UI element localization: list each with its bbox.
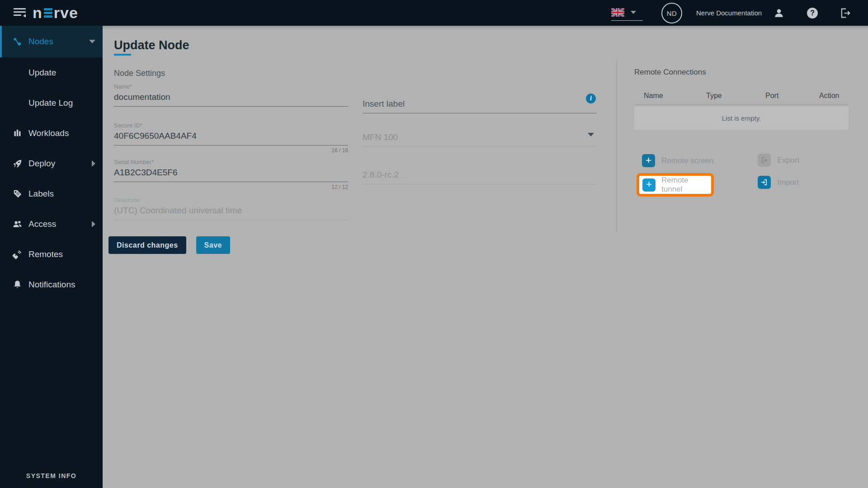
main-content: Update Node Node Settings Name* Secure I… bbox=[103, 26, 868, 488]
language-selector[interactable] bbox=[611, 6, 643, 21]
vertical-divider bbox=[616, 60, 617, 232]
discard-changes-button[interactable]: Discard changes bbox=[108, 236, 186, 254]
name-label: Name* bbox=[114, 83, 348, 90]
brand-logo-e-bars-icon bbox=[44, 8, 52, 18]
add-remote-screen-row[interactable]: + Remote screen bbox=[642, 154, 713, 167]
chevron-right-icon bbox=[92, 221, 95, 227]
secure-id-field-group: Secure ID* 16 / 16 bbox=[114, 122, 348, 154]
menu-bar bbox=[14, 14, 21, 16]
profile-button[interactable] bbox=[773, 0, 785, 26]
empty-list-text: List is empty. bbox=[722, 114, 761, 122]
name-field-group: Name* bbox=[114, 83, 348, 107]
page-title: Update Node bbox=[114, 38, 189, 52]
bell-icon bbox=[12, 279, 23, 290]
export-label: Export bbox=[777, 156, 799, 165]
export-icon bbox=[760, 156, 769, 164]
sidebar-item-update-log[interactable]: Update Log bbox=[0, 88, 103, 118]
column-header-port: Port bbox=[765, 92, 778, 100]
sidebar-item-label: Access bbox=[28, 219, 56, 229]
plus-icon: + bbox=[646, 155, 651, 165]
secure-id-label: Secure ID* bbox=[114, 122, 348, 129]
sidebar: Nodes Update Update Log Workloads Deploy bbox=[0, 26, 103, 488]
info-icon[interactable]: i bbox=[586, 94, 596, 103]
version-field-group bbox=[363, 167, 597, 184]
sidebar-item-label: Remotes bbox=[28, 249, 63, 259]
table-header-divider bbox=[634, 104, 849, 105]
import-icon bbox=[760, 178, 769, 187]
export-button[interactable] bbox=[758, 154, 771, 167]
secure-id-counter: 16 / 16 bbox=[114, 147, 348, 154]
model-select bbox=[363, 130, 597, 147]
svg-text:?: ? bbox=[810, 9, 815, 17]
logout-button[interactable] bbox=[839, 0, 852, 26]
collapse-arrow-icon bbox=[23, 14, 26, 18]
save-button[interactable]: Save bbox=[196, 236, 230, 254]
sidebar-item-label: Deploy bbox=[28, 159, 55, 169]
add-remote-screen-button[interactable]: + bbox=[642, 154, 655, 167]
empty-list-row: List is empty. bbox=[634, 107, 849, 130]
timezone-input bbox=[114, 205, 348, 220]
column-header-action: Action bbox=[819, 92, 839, 100]
chevron-right-icon bbox=[92, 160, 95, 167]
sidebar-item-label: Notifications bbox=[28, 280, 75, 290]
sidebar-item-label: Workloads bbox=[28, 128, 69, 138]
menu-icon[interactable] bbox=[14, 8, 26, 18]
sidebar-item-workloads[interactable]: Workloads bbox=[0, 118, 103, 148]
section-title: Node Settings bbox=[114, 69, 165, 78]
chevron-down-icon bbox=[89, 40, 95, 43]
timezone-field-group: Timezone bbox=[114, 197, 348, 220]
tag-icon bbox=[12, 188, 23, 199]
serial-input[interactable] bbox=[114, 167, 348, 182]
sidebar-item-update[interactable]: Update bbox=[0, 57, 103, 88]
import-label: Import bbox=[777, 178, 799, 187]
brand-logo-n: n bbox=[33, 5, 42, 21]
sidebar-item-access[interactable]: Access bbox=[0, 209, 103, 239]
add-remote-tunnel-button[interactable]: + bbox=[642, 178, 656, 192]
import-button[interactable] bbox=[758, 176, 771, 189]
users-icon bbox=[12, 219, 23, 229]
insert-label-input[interactable] bbox=[363, 94, 597, 113]
add-remote-tunnel-row-highlighted[interactable]: + Remote tunnel bbox=[637, 173, 714, 197]
label-field-group bbox=[363, 94, 597, 113]
form-actions: Discard changes Save bbox=[108, 236, 230, 254]
remote-tunnel-label: Remote tunnel bbox=[661, 176, 711, 194]
uk-flag-icon bbox=[611, 8, 624, 17]
sidebar-item-deploy[interactable]: Deploy bbox=[0, 148, 103, 178]
brand-logo-rve: rve bbox=[54, 5, 78, 21]
column-header-name: Name bbox=[644, 92, 663, 100]
timezone-label: Timezone bbox=[114, 197, 348, 203]
sidebar-item-label: Labels bbox=[28, 189, 54, 199]
serial-counter: 12 / 12 bbox=[114, 184, 348, 190]
person-icon bbox=[773, 7, 785, 19]
deploy-rocket-icon bbox=[12, 158, 23, 169]
sidebar-item-labels[interactable]: Labels bbox=[0, 178, 103, 209]
sidebar-item-nodes[interactable]: Nodes bbox=[0, 26, 103, 57]
remote-connections-title: Remote Connections bbox=[634, 68, 706, 77]
version-input bbox=[363, 167, 597, 184]
system-info-link[interactable]: SYSTEM INFO bbox=[0, 472, 103, 479]
menu-bar bbox=[14, 11, 26, 13]
serial-field-group: Serial Number* 12 / 12 bbox=[114, 159, 348, 190]
avatar-initials: ND bbox=[667, 9, 677, 17]
sidebar-item-remotes[interactable]: Remotes bbox=[0, 239, 103, 269]
workloads-icon bbox=[12, 128, 23, 138]
remote-screen-label: Remote screen bbox=[661, 156, 713, 165]
secure-id-input[interactable] bbox=[114, 130, 348, 145]
remote-connections-table-header: Name Type Port Action bbox=[634, 92, 849, 103]
model-field-group bbox=[363, 130, 597, 147]
export-row[interactable]: Export bbox=[758, 154, 799, 167]
sidebar-item-label: Nodes bbox=[28, 37, 53, 47]
sidebar-item-notifications[interactable]: Notifications bbox=[0, 269, 103, 300]
import-row[interactable]: Import bbox=[758, 176, 799, 189]
remote-control-icon bbox=[12, 249, 23, 259]
sidebar-item-label: Update Log bbox=[28, 98, 73, 108]
question-icon: ? bbox=[807, 7, 818, 19]
name-input[interactable] bbox=[114, 91, 348, 107]
dropdown-caret-icon[interactable] bbox=[588, 133, 594, 136]
logout-icon bbox=[839, 7, 852, 19]
column-header-type: Type bbox=[706, 92, 722, 100]
avatar[interactable]: ND bbox=[661, 3, 682, 23]
chevron-down-icon bbox=[631, 11, 636, 14]
menu-bar bbox=[14, 8, 26, 9]
help-button[interactable]: ? bbox=[807, 0, 818, 26]
